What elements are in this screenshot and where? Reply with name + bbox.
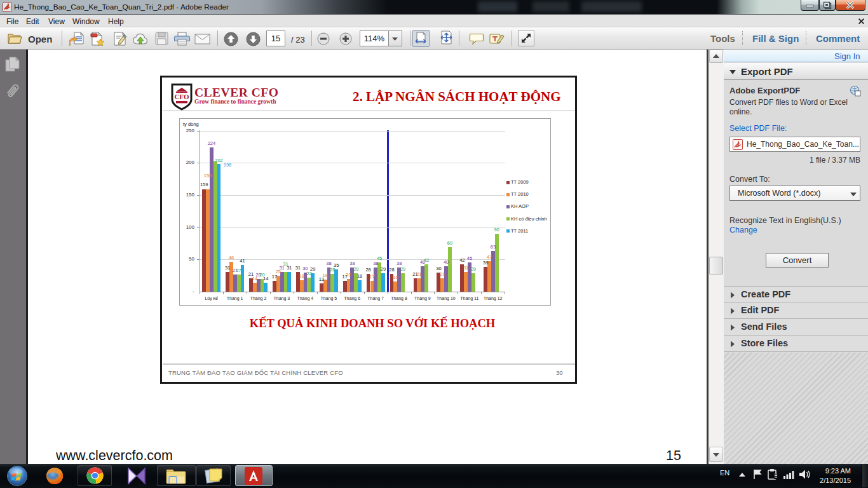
svg-text:CFO: CFO	[174, 93, 189, 100]
